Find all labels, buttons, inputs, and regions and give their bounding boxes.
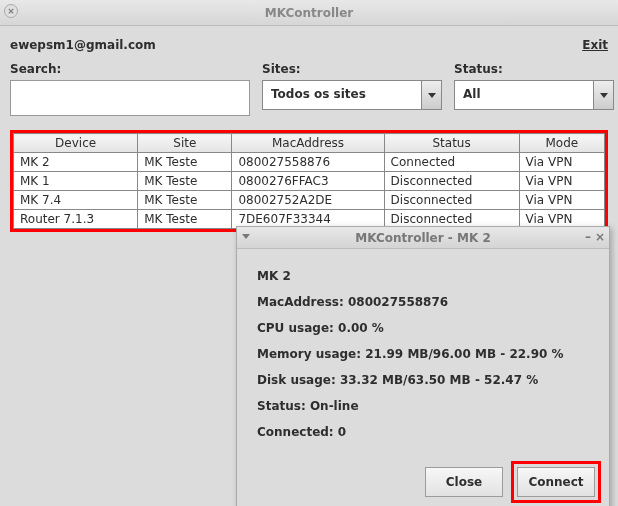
column-header[interactable]: Status bbox=[384, 134, 519, 153]
sites-label: Sites: bbox=[262, 62, 442, 76]
status-label: Status: bbox=[454, 62, 614, 76]
svg-marker-1 bbox=[600, 93, 608, 98]
cpu-label: CPU usage: bbox=[257, 321, 334, 335]
table-row[interactable]: MK 7.4MK Teste08002752A2DEDisconnectedVi… bbox=[14, 191, 605, 210]
devices-table: DeviceSiteMacAddressStatusMode MK 2MK Te… bbox=[10, 130, 608, 232]
close-button[interactable]: Close bbox=[425, 467, 503, 497]
table-cell: MK Teste bbox=[138, 153, 232, 172]
table-cell: Connected bbox=[384, 153, 519, 172]
window-titlebar: × MKController bbox=[0, 0, 618, 26]
table-cell: MK 2 bbox=[14, 153, 138, 172]
column-header[interactable]: Mode bbox=[519, 134, 604, 153]
status-label: Status: bbox=[257, 399, 306, 413]
search-label: Search: bbox=[10, 62, 250, 76]
table-row[interactable]: MK 2MK Teste080027558876ConnectedVia VPN bbox=[14, 153, 605, 172]
memory-label: Memory usage: bbox=[257, 347, 361, 361]
svg-marker-2 bbox=[242, 234, 250, 239]
status-dropdown-value: All bbox=[455, 81, 593, 109]
status-value: On-line bbox=[310, 399, 359, 413]
table-cell: MK Teste bbox=[138, 210, 232, 229]
chevron-down-icon bbox=[421, 81, 441, 109]
dialog-minimize-button[interactable]: – bbox=[585, 230, 591, 244]
table-cell: MK 1 bbox=[14, 172, 138, 191]
cpu-value: 0.00 % bbox=[338, 321, 384, 335]
column-header[interactable]: MacAddress bbox=[232, 134, 384, 153]
table-cell: 080027558876 bbox=[232, 153, 384, 172]
table-cell: Via VPN bbox=[519, 153, 604, 172]
table-row[interactable]: MK 1MK Teste0800276FFAC3DisconnectedVia … bbox=[14, 172, 605, 191]
table-cell: Via VPN bbox=[519, 191, 604, 210]
connected-label: Connected: bbox=[257, 425, 334, 439]
user-email: ewepsm1@gmail.com bbox=[10, 38, 156, 52]
svg-marker-0 bbox=[428, 93, 436, 98]
connect-button[interactable]: Connect bbox=[517, 467, 595, 497]
window-close-button[interactable]: × bbox=[4, 4, 18, 18]
table-cell: Via VPN bbox=[519, 172, 604, 191]
chevron-down-icon bbox=[593, 81, 613, 109]
sites-dropdown-value: Todos os sites bbox=[263, 81, 421, 109]
dialog-titlebar: MKController - MK 2 – × bbox=[237, 227, 609, 249]
mac-value: 080027558876 bbox=[348, 295, 448, 309]
search-input[interactable] bbox=[10, 80, 250, 116]
memory-value: 21.99 MB/96.00 MB - 22.90 % bbox=[365, 347, 563, 361]
table-cell: Disconnected bbox=[384, 172, 519, 191]
table-cell: Router 7.1.3 bbox=[14, 210, 138, 229]
column-header[interactable]: Device bbox=[14, 134, 138, 153]
exit-link[interactable]: Exit bbox=[582, 38, 608, 52]
connected-value: 0 bbox=[338, 425, 346, 439]
table-cell: MK 7.4 bbox=[14, 191, 138, 210]
dialog-device-name: MK 2 bbox=[257, 269, 291, 283]
table-cell: MK Teste bbox=[138, 191, 232, 210]
sites-dropdown[interactable]: Todos os sites bbox=[262, 80, 442, 110]
disk-value: 33.32 MB/63.50 MB - 52.47 % bbox=[340, 373, 538, 387]
main-window: × MKController ewepsm1@gmail.com Exit Se… bbox=[0, 0, 618, 506]
status-dropdown[interactable]: All bbox=[454, 80, 614, 110]
table-cell: Disconnected bbox=[384, 191, 519, 210]
table-cell: 08002752A2DE bbox=[232, 191, 384, 210]
column-header[interactable]: Site bbox=[138, 134, 232, 153]
dialog-close-button[interactable]: × bbox=[595, 230, 605, 244]
disk-label: Disk usage: bbox=[257, 373, 336, 387]
window-title: MKController bbox=[265, 6, 353, 20]
table-cell: 0800276FFAC3 bbox=[232, 172, 384, 191]
mac-label: MacAddress: bbox=[257, 295, 344, 309]
table-cell: MK Teste bbox=[138, 172, 232, 191]
device-details-dialog: MKController - MK 2 – × MK 2 MacAddress:… bbox=[236, 226, 610, 506]
dialog-title: MKController - MK 2 bbox=[355, 231, 491, 245]
dialog-menu-button[interactable] bbox=[241, 230, 251, 244]
